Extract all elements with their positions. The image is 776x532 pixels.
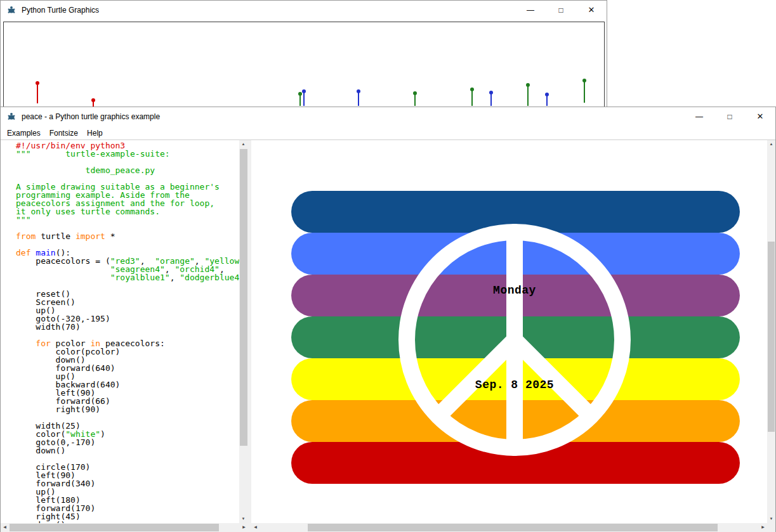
scroll-down-icon[interactable]: ▼ bbox=[239, 515, 247, 523]
turtle-icon bbox=[6, 5, 16, 15]
scrollbar-thumb[interactable] bbox=[240, 149, 247, 446]
turtle-drawing bbox=[299, 93, 301, 106]
code-line: width(70) bbox=[16, 323, 239, 331]
turtle-graphics-window: Python Turtle Graphics — □ ✕ bbox=[0, 0, 607, 108]
turtle-graphics-canvas[interactable] bbox=[3, 22, 605, 108]
code-line: it only uses turtle commands. bbox=[16, 207, 239, 216]
code-vertical-scrollbar[interactable]: ▲ ▼ bbox=[239, 140, 248, 523]
turtle-canvas[interactable]: Monday Sep. 8 2025 bbox=[251, 140, 767, 523]
code-horizontal-scrollbar[interactable]: ◀ ▶ bbox=[1, 523, 248, 532]
code-line: from turtle import * bbox=[16, 232, 239, 240]
scrollbar-thumb[interactable] bbox=[768, 242, 775, 432]
turtle-icon bbox=[6, 112, 16, 122]
turtle-drawing bbox=[93, 100, 94, 107]
turtle-drawing bbox=[303, 91, 305, 106]
peace-titlebar[interactable]: peace - a Python turtle graphics example… bbox=[1, 107, 775, 126]
scroll-left-icon[interactable]: ◀ bbox=[1, 523, 9, 531]
maximize-button[interactable]: □ bbox=[723, 107, 736, 126]
turtle-drawing bbox=[490, 92, 492, 106]
scrollbar-corner bbox=[767, 523, 775, 532]
maximize-button[interactable]: □ bbox=[555, 1, 567, 20]
peace-symbol bbox=[251, 140, 767, 523]
turtle-drawing bbox=[584, 80, 585, 103]
window-controls: — □ ✕ bbox=[524, 1, 607, 20]
minimize-button[interactable]: — bbox=[524, 1, 537, 20]
window-title: peace - a Python turtle graphics example bbox=[22, 112, 160, 121]
monday-text: Monday bbox=[493, 284, 536, 297]
canvas-vertical-scrollbar[interactable]: ▲ ▼ bbox=[767, 140, 775, 523]
desktop: Python Turtle Graphics — □ ✕ peac bbox=[0, 0, 776, 532]
code-line: right(90) bbox=[16, 405, 239, 413]
close-button[interactable]: ✕ bbox=[754, 107, 766, 126]
code-line: """ bbox=[16, 216, 239, 224]
window-controls: — □ ✕ bbox=[693, 107, 775, 126]
turtle-drawing bbox=[527, 84, 529, 106]
menu-help[interactable]: Help bbox=[82, 127, 107, 139]
scrollbar-thumb[interactable] bbox=[308, 524, 718, 531]
minimize-button[interactable]: — bbox=[693, 107, 706, 126]
peace-window: peace - a Python turtle graphics example… bbox=[0, 107, 776, 532]
turtle-drawing bbox=[414, 93, 416, 106]
code-line: down() bbox=[16, 446, 239, 455]
scroll-right-icon[interactable]: ▶ bbox=[240, 523, 248, 531]
code-line: "royalblue1", "dodgerblue4") bbox=[16, 273, 239, 282]
date-text: Sep. 8 2025 bbox=[475, 379, 554, 391]
scroll-up-icon[interactable]: ▲ bbox=[767, 140, 775, 148]
turtle-drawing bbox=[546, 94, 548, 106]
turtle-drawing bbox=[358, 91, 359, 106]
turtle-drawing bbox=[471, 89, 473, 106]
scroll-down-icon[interactable]: ▼ bbox=[767, 515, 775, 523]
window-content: #!/usr/bin/env python3""" turtle-example… bbox=[1, 139, 775, 531]
code-line: tdemo_peace.py bbox=[16, 166, 239, 174]
canvas-horizontal-scrollbar[interactable]: ◀ ▶ bbox=[251, 523, 767, 532]
turtle-graphics-titlebar[interactable]: Python Turtle Graphics — □ ✕ bbox=[1, 1, 607, 20]
close-button[interactable]: ✕ bbox=[585, 1, 598, 20]
menu-bar: Examples Fontsize Help bbox=[1, 126, 775, 139]
menu-examples[interactable]: Examples bbox=[3, 127, 45, 139]
turtle-drawing bbox=[37, 82, 38, 103]
menu-fontsize[interactable]: Fontsize bbox=[45, 127, 82, 139]
scrollbar-thumb[interactable] bbox=[10, 524, 219, 531]
code-line: """ turtle-example-suite: bbox=[16, 150, 239, 158]
code-editor[interactable]: #!/usr/bin/env python3""" turtle-example… bbox=[12, 140, 239, 523]
scroll-up-icon[interactable]: ▲ bbox=[239, 140, 247, 148]
scroll-right-icon[interactable]: ▶ bbox=[759, 523, 767, 531]
window-title: Python Turtle Graphics bbox=[22, 6, 99, 15]
scroll-left-icon[interactable]: ◀ bbox=[251, 523, 260, 531]
